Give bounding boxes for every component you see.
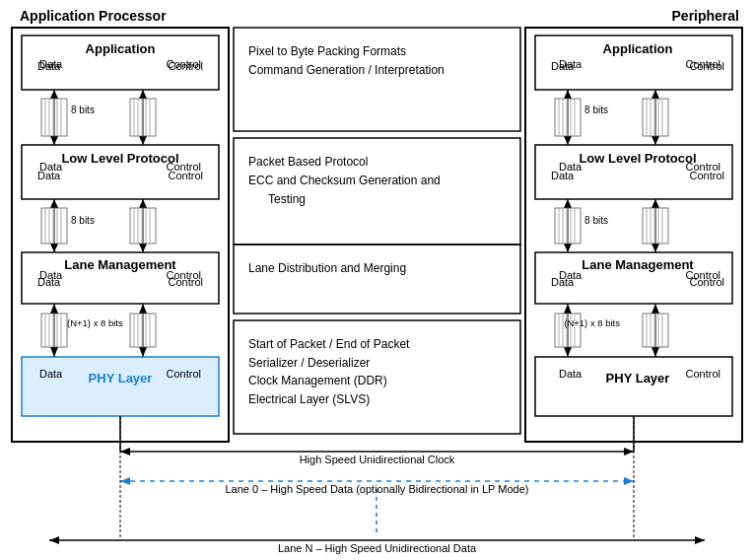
diagram: Application Processor Peripheral Applica… [0,0,754,560]
svg-rect-8 [22,357,219,416]
svg-rect-26 [130,99,156,136]
svg-marker-60 [139,304,147,314]
left-llp-dc-row: Data Control [28,161,213,173]
svg-marker-24 [139,90,147,99]
svg-marker-114 [651,304,659,314]
svg-marker-105 [564,304,572,314]
center-box1-line2: Command Generation / Interpretation [248,61,506,80]
center-box2-line2: ECC and Checksum Generation and [248,172,506,190]
svg-marker-52 [50,347,58,357]
svg-marker-88 [564,244,572,252]
svg-rect-116 [643,314,668,347]
left-llp-lm-bits: 8 bits [71,215,95,226]
svg-rect-89 [555,208,581,244]
center-box-2: Packet Based Protocol ECC and Checksum G… [239,145,515,218]
right-app-dc-row: Data Control [547,58,732,70]
center-box-4: Start of Packet / End of Packet Serializ… [239,327,515,416]
left-lm-dc-row: Data Control [28,269,213,281]
svg-rect-98 [643,208,668,244]
svg-marker-61 [139,347,147,357]
svg-marker-16 [50,136,58,145]
center-box2-line1: Packet Based Protocol [248,153,506,172]
title-periph: Peripheral [672,8,739,24]
svg-rect-9 [535,357,732,416]
center-box4-line4: Electrical Layer (SLVS) [248,390,506,409]
left-app-dc-row: Data Control [28,58,213,70]
center-box-1: Pixel to Byte Packing Formats Command Ge… [239,35,515,88]
svg-marker-79 [651,136,659,145]
right-phy-dc-row: Data Control [547,368,732,380]
right-app-title: Application [541,41,734,56]
svg-rect-17 [41,99,67,136]
right-lm-phy-bits: (N+1) x 8 bits [564,317,620,328]
svg-marker-96 [651,199,659,208]
center-box2-line3: Testing [248,190,506,209]
center-box-3: Lane Distribution and Merging [239,251,515,286]
svg-marker-87 [564,199,572,208]
lane0-label: Lane 0 – High Speed Data (optionally Bid… [0,483,754,495]
svg-marker-69 [564,90,572,99]
left-lm-phy-bits: (N+1) x 8 bits [67,317,123,328]
right-llp-dc-row: Data Control [547,161,732,173]
svg-rect-44 [130,208,156,244]
right-lm-dc-row: Data Control [547,269,732,281]
svg-marker-42 [139,199,147,208]
svg-marker-43 [139,244,147,252]
svg-marker-115 [651,347,659,357]
center-box1-line1: Pixel to Byte Packing Formats [248,42,506,61]
svg-rect-35 [41,208,67,244]
clock-label: High Speed Unidirectional Clock [0,454,754,465]
svg-marker-70 [564,136,572,145]
center-box4-line2: Serializer / Deserializer [248,354,506,373]
laneN-label: Lane N – High Speed Unidirectional Data [0,542,754,554]
right-llp-lm-bits: 8 bits [584,215,608,226]
svg-marker-34 [50,244,58,252]
svg-rect-53 [41,314,67,347]
svg-rect-71 [555,99,581,136]
center-box4-line1: Start of Packet / End of Packet [248,335,506,354]
svg-marker-25 [139,136,147,145]
svg-marker-51 [50,304,58,314]
svg-marker-78 [651,90,659,99]
svg-marker-15 [50,90,58,99]
left-app-llp-bits: 8 bits [71,105,95,115]
svg-marker-106 [564,347,572,357]
center-box3-line1: Lane Distribution and Merging [248,259,506,278]
svg-rect-62 [130,314,156,347]
svg-rect-80 [643,99,668,136]
svg-marker-33 [50,199,58,208]
center-box4-line3: Clock Management (DDR) [248,372,506,390]
right-app-llp-bits: 8 bits [584,105,608,115]
svg-marker-97 [651,244,659,252]
title-ap: Application Processor [20,8,167,24]
left-app-title: Application [28,41,213,56]
left-phy-dc-row: Data Control [28,368,213,380]
